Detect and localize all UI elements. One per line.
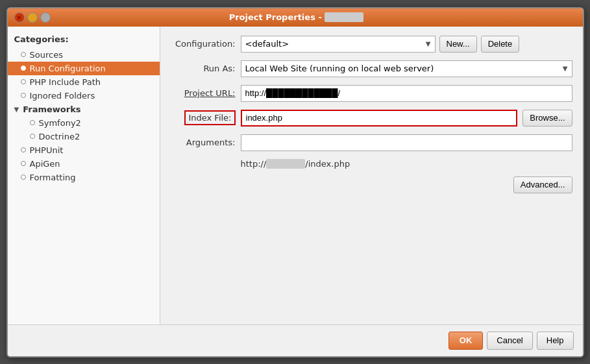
bullet-icon (21, 161, 26, 166)
sidebar-item-label: Ignored Folders (30, 91, 95, 101)
run-as-dropdown[interactable]: Local Web Site (running on local web ser… (241, 60, 572, 77)
run-as-value: Local Web Site (running on local web ser… (245, 64, 434, 73)
configuration-row: Configuration: <default> ▼ New... Delete (171, 36, 572, 53)
arguments-label: Arguments: (171, 138, 236, 147)
sidebar-item-label: PHP Include Path (30, 77, 101, 87)
cancel-button[interactable]: Cancel (487, 332, 532, 350)
bottom-bar: OK Cancel Help (8, 324, 583, 356)
close-button[interactable]: × (14, 12, 25, 23)
run-as-row: Run As: Local Web Site (running on local… (171, 60, 572, 77)
bullet-icon (21, 52, 26, 57)
sidebar-item-label: Doctrine2 (39, 132, 80, 141)
sidebar-item-label: Frameworks (23, 104, 80, 114)
sidebar-item-label: ApiGen (30, 159, 60, 169)
bullet-icon (21, 175, 26, 180)
spacer (171, 201, 572, 315)
new-button[interactable]: New... (439, 36, 477, 53)
sidebar-item-doctrine2[interactable]: Doctrine2 (8, 130, 160, 143)
dropdown-arrow-icon: ▼ (426, 40, 431, 47)
configuration-controls: <default> ▼ New... Delete (241, 36, 572, 53)
bullet-icon (30, 120, 35, 125)
dropdown-arrow-icon: ▼ (563, 65, 568, 72)
sidebar-item-phpunit[interactable]: PHPUnit (8, 143, 160, 157)
sidebar-item-run-configuration[interactable]: Run Configuration (8, 62, 160, 75)
title-bar: × Project Properties - (8, 8, 583, 27)
advanced-button[interactable]: Advanced... (513, 176, 572, 193)
sidebar-item-ignored-folders[interactable]: Ignored Folders (8, 89, 160, 103)
arrow-icon: ▼ (14, 106, 19, 113)
index-file-label-container: Index File: (171, 113, 236, 123)
sidebar-item-sources[interactable]: Sources (8, 48, 160, 62)
help-button[interactable]: Help (537, 332, 574, 350)
arguments-input[interactable] (241, 134, 572, 151)
ok-button[interactable]: OK (449, 332, 484, 350)
left-panel: Categories: Sources Run Configuration PH… (8, 27, 160, 324)
delete-button[interactable]: Delete (481, 36, 520, 53)
sidebar-item-label: Run Configuration (30, 64, 106, 73)
project-properties-dialog: × Project Properties - Categories: Sourc… (6, 7, 584, 358)
index-file-input[interactable] (241, 110, 518, 127)
title-bar-buttons: × (14, 12, 51, 23)
categories-label: Categories: (8, 32, 160, 48)
browse-button[interactable]: Browse... (522, 110, 572, 127)
bullet-icon (21, 66, 26, 71)
sidebar-item-frameworks[interactable]: ▼ Frameworks (8, 103, 160, 116)
arguments-row: Arguments: (171, 134, 572, 151)
url-preview: http:// /index.php (171, 159, 572, 169)
run-as-label: Run As: (171, 64, 236, 73)
bullet-icon (21, 93, 26, 98)
sidebar-item-formatting[interactable]: Formatting (8, 171, 160, 184)
bullet-icon (21, 79, 26, 84)
maximize-button[interactable] (40, 12, 51, 23)
sidebar-item-label: Symfony2 (39, 118, 81, 128)
configuration-label: Configuration: (171, 39, 236, 49)
bullet-icon (21, 147, 26, 152)
sidebar-item-apigen[interactable]: ApiGen (8, 157, 160, 171)
sidebar-item-symfony2[interactable]: Symfony2 (8, 116, 160, 130)
project-url-row: Project URL: (171, 85, 572, 102)
advanced-row: Advanced... (171, 176, 572, 193)
project-url-input[interactable] (241, 85, 572, 102)
sidebar-item-label: Sources (30, 50, 63, 60)
configuration-dropdown[interactable]: <default> ▼ (241, 36, 436, 53)
right-panel: Configuration: <default> ▼ New... Delete… (160, 27, 583, 324)
configuration-value: <default> (245, 39, 289, 49)
sidebar-item-label: Formatting (30, 173, 76, 182)
sidebar-item-label: PHPUnit (30, 145, 64, 155)
project-url-label: Project URL: (171, 88, 236, 98)
dialog-body: Categories: Sources Run Configuration PH… (8, 27, 583, 324)
window-title: Project Properties - (56, 12, 537, 22)
title-blurred (325, 12, 363, 22)
minimize-button[interactable] (27, 12, 38, 23)
sidebar-item-php-include-path[interactable]: PHP Include Path (8, 75, 160, 89)
index-file-row: Index File: Browse... (171, 110, 572, 127)
url-blurred (266, 159, 305, 169)
index-file-label: Index File: (184, 110, 235, 125)
bullet-icon (30, 134, 35, 139)
